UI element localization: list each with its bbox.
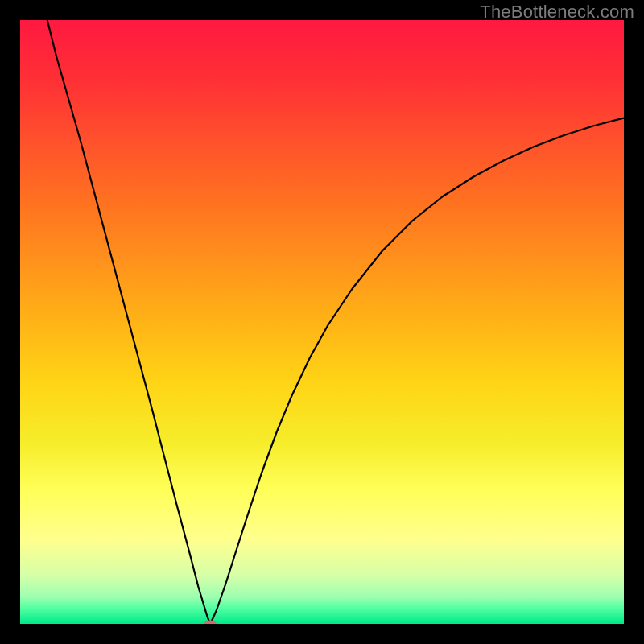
watermark-label: TheBottleneck.com bbox=[480, 2, 634, 23]
gradient-background bbox=[20, 20, 624, 624]
figure-frame: TheBottleneck.com bbox=[0, 0, 644, 644]
bottleneck-plot bbox=[20, 20, 624, 624]
